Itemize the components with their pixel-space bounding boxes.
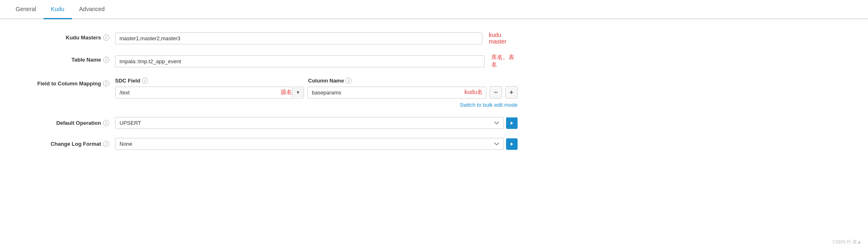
arrow-right-icon [509,121,514,126]
field-mapping-label: Field to Column Mapping i [16,78,115,87]
sdc-field-input[interactable] [115,87,277,98]
col-name-input[interactable] [308,87,461,98]
col-name-annotation: kudu名 [465,89,483,96]
default-operation-wrap: UPSERT INSERT UPDATE DELETE [115,117,518,129]
change-log-format-label: Change Log Format i [16,138,115,147]
default-operation-action-btn[interactable] [506,117,518,129]
kudu-masters-row: Kudu Masters i kudu master [16,32,600,45]
field-mapping-info-icon[interactable]: i [103,80,109,87]
table-name-annotation: 库名。表名 [491,54,518,69]
default-operation-row: Default Operation i UPSERT INSERT UPDATE… [16,117,600,129]
kudu-masters-label: Kudu Masters i [16,32,115,41]
mapping-headers: SDC Field i Column Name i [115,78,518,84]
table-name-input[interactable] [115,55,485,67]
kudu-masters-input-wrap: kudu master [115,32,518,45]
kudu-masters-input[interactable] [115,32,482,44]
sdc-field-dropdown-btn[interactable]: ▼ [292,87,304,97]
add-mapping-button[interactable]: + [505,86,518,99]
kudu-masters-info-icon[interactable]: i [103,34,109,41]
change-log-format-action-btn[interactable] [506,138,518,150]
change-log-format-wrap: None Other [115,138,518,150]
arrow-right-icon-2 [509,142,514,147]
default-operation-control: UPSERT INSERT UPDATE DELETE [115,117,518,129]
svg-marker-1 [511,142,513,146]
sdc-field-wrap: 源名 ▼ [115,87,304,99]
tab-bar: General Kudu Advanced [0,0,868,19]
change-log-format-control: None Other [115,138,518,150]
svg-marker-0 [511,122,513,125]
default-operation-info-icon[interactable]: i [103,120,109,126]
sdc-field-info-icon[interactable]: i [142,78,148,84]
table-name-label: Table Name i [16,54,115,63]
column-name-header: Column Name i [308,78,518,84]
table-name-row: Table Name i 库名。表名 [16,54,600,69]
tab-general[interactable]: General [8,0,44,19]
remove-mapping-button[interactable]: − [490,86,502,99]
sdc-field-annotation: 源名 [281,89,292,96]
change-log-format-info-icon[interactable]: i [103,141,109,147]
table-name-control: 库名。表名 [115,54,518,69]
change-log-format-row: Change Log Format i None Other [16,138,600,150]
table-name-input-wrap: 库名。表名 [115,54,518,69]
default-operation-label: Default Operation i [16,117,115,126]
bulk-edit-link[interactable]: Switch to bulk edit mode [460,102,518,108]
field-mapping-control: SDC Field i Column Name i 源名 ▼ [115,78,518,108]
kudu-masters-annotation: kudu master [489,32,518,45]
tab-advanced[interactable]: Advanced [72,0,112,19]
table-name-info-icon[interactable]: i [103,57,109,63]
bulk-edit-section: Switch to bulk edit mode [115,102,518,108]
column-name-info-icon[interactable]: i [345,78,352,84]
form-content: Kudu Masters i kudu master Table Name i … [0,19,616,171]
mapping-data-row: 源名 ▼ kudu名 − + [115,86,518,99]
default-operation-select[interactable]: UPSERT INSERT UPDATE DELETE [115,117,504,129]
sdc-field-header: SDC Field i [115,78,304,84]
change-log-format-select[interactable]: None Other [115,138,504,150]
kudu-masters-control: kudu master [115,32,518,45]
col-name-wrap: kudu名 [307,87,486,99]
tab-kudu[interactable]: Kudu [44,0,72,19]
field-mapping-row: Field to Column Mapping i SDC Field i Co… [16,78,600,108]
